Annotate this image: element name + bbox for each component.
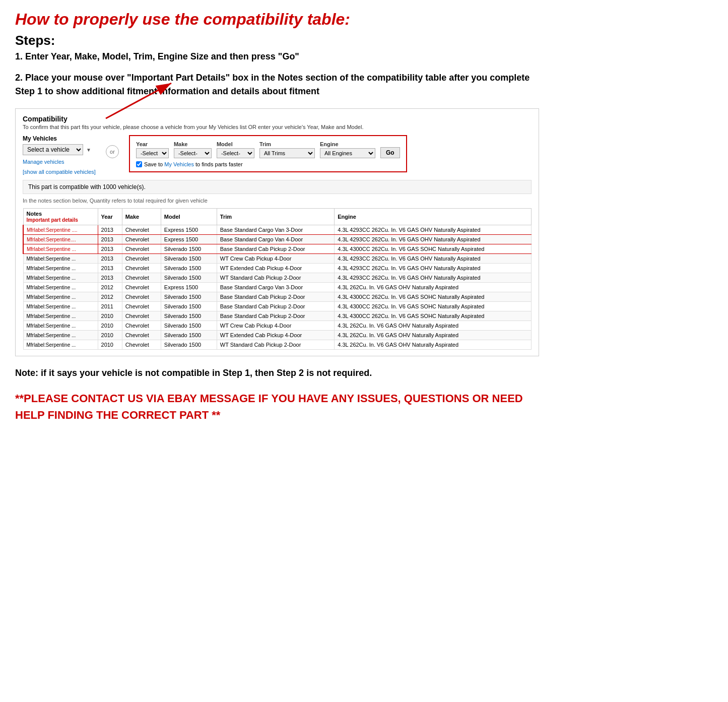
note-text: Note: if it says your vehicle is not com… (15, 366, 539, 380)
cell-notes: Mfrlabel:Serpentine .... (23, 225, 98, 235)
cell-notes: Mfrlabel:Serpentine ... (23, 321, 98, 331)
cell-engine: 4.3L 262Cu. In. V6 GAS OHV Naturally Asp… (335, 321, 532, 331)
cell-year: 2010 (98, 321, 122, 331)
table-row: Mfrlabel:Serpentine ... 2010 Chevrolet S… (23, 340, 532, 350)
cell-notes: Mfrlabel:Serpentine ... (23, 302, 98, 311)
contact-text: **PLEASE CONTACT US VIA EBAY MESSAGE IF … (15, 390, 539, 423)
year-select[interactable]: -Select- (136, 148, 169, 158)
cell-trim: WT Extended Cab Pickup 4-Door (217, 331, 334, 340)
show-all-link[interactable]: [show all compatible vehicles] (23, 169, 96, 175)
engine-label: Engine (320, 141, 375, 147)
cell-make: Chevrolet (122, 273, 161, 283)
model-select[interactable]: -Select- (217, 148, 254, 158)
table-row: Mfrlabel:Serpentine ... 2013 Chevrolet S… (23, 264, 532, 273)
table-row: Mfrlabel:Serpentine .... 2013 Chevrolet … (23, 225, 532, 235)
header-make: Make (122, 209, 161, 225)
cell-year: 2013 (98, 235, 122, 244)
header-model: Model (161, 209, 217, 225)
cell-engine: 4.3L 4300CC 262Cu. In. V6 GAS SOHC Natur… (335, 311, 532, 321)
table-row: Mfrlabel:Serpentine ... 2013 Chevrolet S… (23, 244, 532, 254)
manage-vehicles-link[interactable]: Manage vehicles (23, 159, 96, 165)
svg-line-1 (106, 83, 171, 118)
cell-make: Chevrolet (122, 321, 161, 331)
cell-notes: Mfrlabel:Serpentine ... (23, 292, 98, 302)
header-year: Year (98, 209, 122, 225)
cell-notes: Mfrlabel:Serpentine ... (23, 311, 98, 321)
cell-model: Silverado 1500 (161, 331, 217, 340)
cell-trim: Base Standard Cab Pickup 2-Door (217, 292, 334, 302)
cell-model: Express 1500 (161, 283, 217, 292)
cell-notes: Mfrlabel:Serpentine ... (23, 264, 98, 273)
cell-year: 2010 (98, 311, 122, 321)
my-vehicles-section: My Vehicles Select a vehicle ▼ Manage ve… (23, 135, 96, 175)
trim-label: Trim (259, 141, 315, 147)
dropdown-arrow-icon: ▼ (86, 147, 91, 153)
make-group: Make -Select- (174, 141, 212, 158)
cell-model: Silverado 1500 (161, 311, 217, 321)
save-text: Save to My Vehicles to finds parts faste… (144, 161, 243, 167)
cell-engine: 4.3L 4293CC 262Cu. In. V6 GAS OHV Natura… (335, 273, 532, 283)
cell-make: Chevrolet (122, 292, 161, 302)
cell-make: Chevrolet (122, 311, 161, 321)
cell-trim: Base Standard Cab Pickup 2-Door (217, 302, 334, 311)
cell-trim: WT Standard Cab Pickup 2-Door (217, 273, 334, 283)
table-row: Mfrlabel:Serpentine ... 2013 Chevrolet S… (23, 254, 532, 264)
main-title: How to properly use the compatibility ta… (15, 10, 539, 29)
header-trim: Trim (217, 209, 334, 225)
notes-sub-label: Important part details (27, 217, 78, 223)
cell-year: 2013 (98, 254, 122, 264)
model-group: Model -Select- (217, 141, 254, 158)
cell-make: Chevrolet (122, 264, 161, 273)
compat-count: This part is compatible with 1000 vehicl… (23, 180, 532, 194)
save-checkbox[interactable] (136, 161, 142, 167)
table-row: Mfrlabel:Serpentine ... 2011 Chevrolet S… (23, 302, 532, 311)
cell-year: 2013 (98, 264, 122, 273)
cell-model: Silverado 1500 (161, 273, 217, 283)
cell-year: 2012 (98, 283, 122, 292)
cell-engine: 4.3L 4300CC 262Cu. In. V6 GAS SOHC Natur… (335, 244, 532, 254)
engine-group: Engine All Engines (320, 141, 375, 158)
cell-model: Express 1500 (161, 235, 217, 244)
vehicle-select-row: Select a vehicle ▼ (23, 144, 96, 155)
make-select[interactable]: -Select- (174, 148, 212, 158)
cell-engine: 4.3L 4293CC 262Cu. In. V6 GAS OHV Natura… (335, 254, 532, 264)
quantity-note: In the notes section below, Quantity ref… (23, 196, 532, 205)
cell-engine: 4.3L 262Cu. In. V6 GAS OHV Naturally Asp… (335, 283, 532, 292)
cell-notes: Mfrlabel:Serpentine ... (23, 340, 98, 350)
cell-trim: Base Standard Cargo Van 3-Door (217, 283, 334, 292)
cell-trim: Base Standard Cargo Van 4-Door (217, 235, 334, 244)
cell-year: 2012 (98, 292, 122, 302)
cell-make: Chevrolet (122, 225, 161, 235)
cell-make: Chevrolet (122, 244, 161, 254)
table-row: Mfrlabel:Serpentine.... 2013 Chevrolet E… (23, 235, 532, 244)
year-group: Year -Select- (136, 141, 169, 158)
my-vehicles-link2[interactable]: My Vehicles (164, 161, 194, 167)
cell-year: 2013 (98, 244, 122, 254)
model-label: Model (217, 141, 254, 147)
cell-year: 2011 (98, 302, 122, 311)
cell-trim: WT Standard Cab Pickup 2-Door (217, 340, 334, 350)
cell-engine: 4.3L 4300CC 262Cu. In. V6 GAS SOHC Natur… (335, 302, 532, 311)
compat-subtitle: To confirm that this part fits your vehi… (23, 124, 532, 130)
vehicle-select-dropdown[interactable]: Select a vehicle (23, 144, 83, 155)
engine-select[interactable]: All Engines (320, 148, 375, 158)
cell-trim: WT Extended Cab Pickup 4-Door (217, 264, 334, 273)
cell-engine: 4.3L 262Cu. In. V6 GAS OHV Naturally Asp… (335, 331, 532, 340)
header-notes: Notes Important part details (23, 209, 98, 225)
cell-year: 2013 (98, 273, 122, 283)
trim-select[interactable]: All Trims (259, 148, 315, 158)
cell-make: Chevrolet (122, 254, 161, 264)
cell-trim: Base Standard Cab Pickup 2-Door (217, 244, 334, 254)
compatibility-table: Notes Important part details Year Make M… (23, 208, 532, 350)
cell-notes: Mfrlabel:Serpentine ... (23, 244, 98, 254)
arrow-graphic (91, 78, 191, 123)
go-button[interactable]: Go (380, 147, 400, 158)
cell-trim: WT Crew Cab Pickup 4-Door (217, 321, 334, 331)
cell-engine: 4.3L 262Cu. In. V6 GAS OHV Naturally Asp… (335, 340, 532, 350)
cell-trim: Base Standard Cab Pickup 2-Door (217, 311, 334, 321)
cell-year: 2013 (98, 225, 122, 235)
save-row: Save to My Vehicles to finds parts faste… (136, 161, 400, 167)
trim-group: Trim All Trims (259, 141, 315, 158)
cell-engine: 4.3L 4300CC 262Cu. In. V6 GAS SOHC Natur… (335, 292, 532, 302)
cell-trim: WT Crew Cab Pickup 4-Door (217, 254, 334, 264)
